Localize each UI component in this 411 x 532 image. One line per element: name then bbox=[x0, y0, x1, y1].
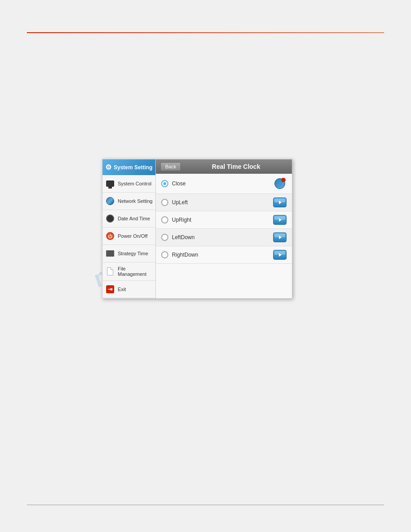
row-leftdown: LeftDown bbox=[156, 229, 292, 246]
row-close: Close bbox=[156, 174, 292, 194]
play-triangle-icon bbox=[279, 236, 282, 239]
sidebar-item-label: Strategy Time bbox=[118, 251, 148, 256]
row-leftdown-left: LeftDown bbox=[161, 234, 195, 241]
main-content: Back Real Time Clock Close bbox=[156, 159, 292, 299]
row-upleft: UpLeft bbox=[156, 194, 292, 211]
sidebar-item-label: Network Setting bbox=[118, 198, 153, 204]
gear-icon: ⚙ bbox=[105, 163, 111, 172]
bottom-line bbox=[27, 505, 384, 505]
row-rightdown-left: RightDown bbox=[161, 251, 198, 258]
clock-icon bbox=[105, 214, 115, 223]
radio-close[interactable] bbox=[161, 180, 168, 187]
play-triangle-icon bbox=[279, 253, 282, 257]
radio-leftdown[interactable] bbox=[161, 234, 168, 241]
row-upleft-label: UpLeft bbox=[172, 199, 188, 206]
sidebar-item-label: Date And Time bbox=[118, 216, 150, 221]
power-icon: ⏻ bbox=[105, 231, 115, 241]
back-button[interactable]: Back bbox=[160, 162, 181, 171]
monitor-icon bbox=[105, 179, 115, 189]
top-line bbox=[27, 32, 384, 33]
row-rightdown-label: RightDown bbox=[172, 252, 198, 258]
radio-rightdown[interactable] bbox=[161, 251, 168, 258]
sidebar-item-label: Power On/Off bbox=[118, 233, 147, 239]
play-triangle-icon bbox=[279, 201, 282, 204]
ui-container: ⚙ System Setting System Control Network … bbox=[102, 159, 292, 299]
row-leftdown-label: LeftDown bbox=[172, 234, 195, 240]
sidebar-item-exit[interactable]: ⇥ Exit bbox=[103, 281, 155, 298]
sidebar-item-file-management[interactable]: File Management bbox=[103, 262, 155, 281]
action-icon-leftdown[interactable] bbox=[273, 232, 287, 242]
sidebar-item-power-on-off[interactable]: ⏻ Power On/Off bbox=[103, 227, 155, 245]
play-triangle-icon bbox=[279, 218, 282, 222]
sidebar-item-network-setting[interactable]: Network Setting bbox=[103, 193, 155, 210]
content-header: Back Real Time Clock bbox=[156, 159, 292, 174]
sidebar-item-label: Exit bbox=[118, 287, 126, 292]
action-icon-rightdown[interactable] bbox=[273, 250, 287, 260]
strategy-icon bbox=[105, 249, 115, 258]
globe-circle bbox=[274, 178, 285, 189]
sidebar-header: ⚙ System Setting bbox=[103, 159, 155, 175]
row-upright-label: UpRight bbox=[172, 217, 191, 223]
row-upleft-left: UpLeft bbox=[161, 199, 188, 206]
sidebar-item-system-control[interactable]: System Control bbox=[103, 175, 155, 193]
action-icon-upleft[interactable] bbox=[273, 197, 287, 207]
row-upright: UpRight bbox=[156, 211, 292, 229]
sidebar-item-label: System Control bbox=[118, 181, 151, 186]
content-title: Real Time Clock bbox=[184, 163, 287, 170]
sidebar-item-label: File Management bbox=[118, 266, 153, 277]
row-close-left: Close bbox=[161, 180, 186, 187]
action-globe-red[interactable] bbox=[273, 177, 287, 190]
content-rows: Close UpLeft bbox=[156, 174, 292, 298]
sidebar-item-date-and-time[interactable]: Date And Time bbox=[103, 210, 155, 227]
radio-upleft[interactable] bbox=[161, 199, 168, 206]
sidebar: ⚙ System Setting System Control Network … bbox=[102, 159, 156, 299]
action-icon-upright[interactable] bbox=[273, 215, 287, 225]
red-badge-icon bbox=[281, 178, 286, 182]
row-close-label: Close bbox=[172, 180, 186, 187]
exit-icon: ⇥ bbox=[105, 284, 115, 294]
sidebar-header-label: System Setting bbox=[114, 164, 153, 171]
sidebar-item-strategy-time[interactable]: Strategy Time bbox=[103, 245, 155, 262]
row-rightdown: RightDown bbox=[156, 246, 292, 264]
row-upright-left: UpRight bbox=[161, 216, 191, 223]
file-icon bbox=[105, 266, 115, 276]
radio-upright[interactable] bbox=[161, 216, 168, 223]
globe-icon bbox=[105, 196, 115, 206]
